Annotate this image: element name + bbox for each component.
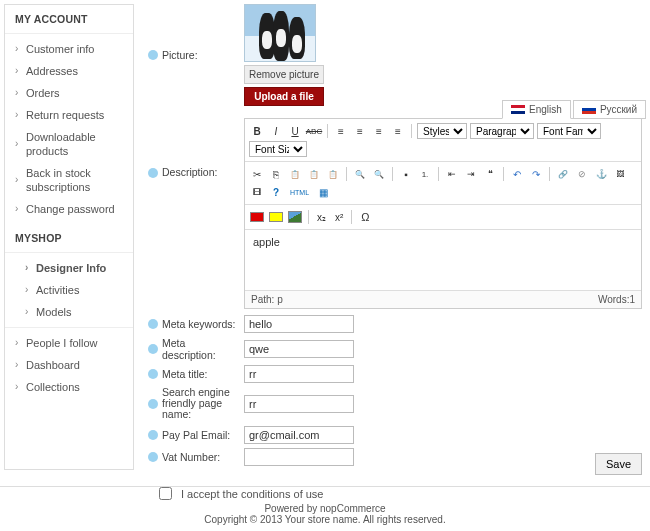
insert-image-button[interactable] (287, 209, 303, 225)
number-list-button[interactable] (417, 166, 433, 182)
vat-label: Vat Number: (162, 451, 244, 463)
html-button[interactable]: HTML (287, 184, 312, 200)
replace-button[interactable] (371, 166, 387, 182)
font-family-select[interactable]: Font Family (537, 123, 601, 139)
tab-label: Русский (600, 104, 637, 115)
indent-button[interactable] (463, 166, 479, 182)
blockquote-button[interactable] (482, 166, 498, 182)
copy-button[interactable] (268, 166, 284, 182)
image-button[interactable] (612, 166, 628, 182)
sidebar-item-collections[interactable]: ›Collections (5, 376, 133, 398)
picture-thumbnail (244, 4, 316, 62)
footer-copyright: Copyright © 2013 Your store name. All ri… (0, 514, 650, 525)
sidebar-item-models[interactable]: ›Models (15, 301, 133, 323)
flag-en-icon (511, 105, 525, 114)
sidebar-item-addresses[interactable]: ›Addresses (5, 60, 133, 82)
sidebar-item-label: Dashboard (26, 358, 80, 372)
find-button[interactable] (352, 166, 368, 182)
meta-description-input[interactable] (244, 340, 354, 358)
underline-button[interactable]: U (287, 123, 303, 139)
main-content: Picture: Remove picture Upload a file En… (148, 4, 646, 470)
paste-text-button[interactable] (306, 166, 322, 182)
footer: Powered by nopCommerce Copyright © 2013 … (0, 503, 650, 525)
editor-path: Path: p (251, 294, 283, 305)
chevron-right-icon: › (15, 42, 22, 56)
cut-button[interactable] (249, 166, 265, 182)
sidebar-item-label: People I follow (26, 336, 98, 350)
picture-icon (288, 211, 302, 223)
special-char-button[interactable] (357, 209, 373, 225)
align-justify-button[interactable]: ≡ (390, 123, 406, 139)
accept-conditions-checkbox[interactable] (159, 487, 172, 500)
editor-word-count: Words:1 (598, 294, 635, 305)
help-button[interactable] (268, 184, 284, 200)
help-icon (148, 452, 158, 462)
style-select[interactable]: Styles (417, 123, 467, 139)
vat-input[interactable] (244, 448, 354, 466)
sef-name-input[interactable] (244, 395, 354, 413)
sidebar-item-customer-info[interactable]: ›Customer info (5, 38, 133, 60)
sidebar-item-dashboard[interactable]: ›Dashboard (5, 354, 133, 376)
description-label: Description: (162, 166, 244, 178)
meta-description-label: Meta description: (162, 337, 244, 361)
sidebar-item-back-in-stock[interactable]: ›Back in stock subscriptions (5, 162, 133, 198)
upload-file-button[interactable]: Upload a file (244, 87, 324, 106)
help-icon (148, 344, 158, 354)
sidebar-item-label: Customer info (26, 42, 94, 56)
sidebar-item-label: Models (36, 305, 71, 319)
sidebar-item-designer-info[interactable]: ›Designer Info (15, 257, 133, 279)
table-button[interactable] (315, 184, 331, 200)
italic-button[interactable]: I (268, 123, 284, 139)
paste-word-button[interactable] (325, 166, 341, 182)
link-button[interactable] (555, 166, 571, 182)
paragraph-select[interactable]: Paragraph (470, 123, 534, 139)
help-icon (148, 319, 158, 329)
meta-title-label: Meta title: (162, 368, 244, 380)
font-size-select[interactable]: Font Size (249, 141, 307, 157)
sidebar-title-account: MY ACCOUNT (5, 5, 133, 34)
sidebar-item-label: Designer Info (36, 261, 106, 275)
strike-button[interactable]: ABC (306, 123, 322, 139)
editor-textarea[interactable]: apple (245, 230, 641, 290)
meta-keywords-input[interactable] (244, 315, 354, 333)
redo-button[interactable] (528, 166, 544, 182)
paste-button[interactable] (287, 166, 303, 182)
media-button[interactable] (249, 184, 265, 200)
text-color-button[interactable] (249, 209, 265, 225)
unlink-button[interactable] (574, 166, 590, 182)
help-icon (148, 430, 158, 440)
sidebar-item-change-password[interactable]: ›Change password (5, 198, 133, 220)
sidebar-item-label: Orders (26, 86, 60, 100)
tab-english[interactable]: English (502, 100, 571, 119)
anchor-button[interactable] (593, 166, 609, 182)
sef-name-label: Search engine friendly page name: (162, 387, 244, 420)
align-right-button[interactable]: ≡ (371, 123, 387, 139)
bold-button[interactable]: B (249, 123, 265, 139)
align-left-button[interactable]: ≡ (333, 123, 349, 139)
meta-title-input[interactable] (244, 365, 354, 383)
outdent-button[interactable] (444, 166, 460, 182)
align-center-button[interactable]: ≡ (352, 123, 368, 139)
chevron-right-icon: › (15, 358, 22, 372)
superscript-button[interactable]: x² (332, 209, 346, 225)
subscript-button[interactable]: x₂ (314, 209, 329, 225)
chevron-right-icon: › (15, 380, 22, 394)
remove-picture-button[interactable]: Remove picture (244, 65, 324, 84)
chevron-right-icon: › (15, 137, 22, 151)
help-icon (148, 168, 158, 178)
sidebar-item-people-follow[interactable]: ›People I follow (5, 332, 133, 354)
sidebar-item-label: Collections (26, 380, 80, 394)
undo-button[interactable] (509, 166, 525, 182)
paypal-input[interactable] (244, 426, 354, 444)
tab-russian[interactable]: Русский (573, 100, 646, 119)
sidebar-title-myshop: MYSHOP (5, 224, 133, 253)
sidebar-item-return-requests[interactable]: ›Return requests (5, 104, 133, 126)
sidebar-item-activities[interactable]: ›Activities (15, 279, 133, 301)
language-tabs: English Русский (502, 100, 646, 119)
save-button[interactable]: Save (595, 453, 642, 475)
bg-color-button[interactable] (268, 209, 284, 225)
sidebar-item-downloadable[interactable]: ›Downloadable products (5, 126, 133, 162)
chevron-right-icon: › (15, 173, 22, 187)
bullet-list-button[interactable] (398, 166, 414, 182)
sidebar-item-orders[interactable]: ›Orders (5, 82, 133, 104)
